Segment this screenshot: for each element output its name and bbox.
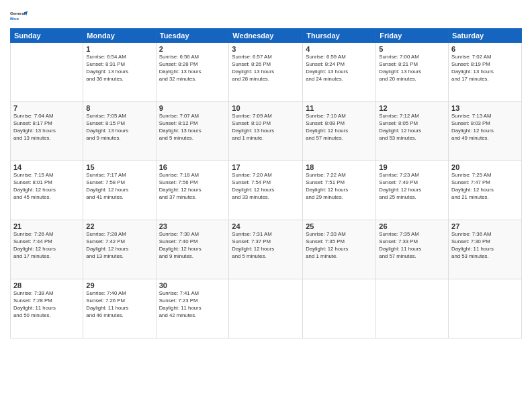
day-cell: 20Sunrise: 7:25 AM Sunset: 7:47 PM Dayli… [449,161,522,220]
day-number: 26 [379,222,445,230]
day-cell: 29Sunrise: 7:40 AM Sunset: 7:26 PM Dayli… [83,279,156,338]
day-cell [229,279,303,338]
day-number: 10 [232,104,300,112]
day-number: 13 [451,104,519,112]
day-info: Sunrise: 6:56 AM Sunset: 8:28 PM Dayligh… [159,54,226,83]
day-info: Sunrise: 7:10 AM Sunset: 8:08 PM Dayligh… [306,113,373,142]
weekday-header-tuesday: Tuesday [156,29,229,43]
week-row-1: 1Sunrise: 6:54 AM Sunset: 8:31 PM Daylig… [11,43,522,102]
day-cell: 30Sunrise: 7:41 AM Sunset: 7:23 PM Dayli… [156,279,229,338]
svg-text:Blue: Blue [10,17,19,21]
day-info: Sunrise: 7:26 AM Sunset: 7:44 PM Dayligh… [13,231,80,261]
day-cell: 21Sunrise: 7:26 AM Sunset: 7:44 PM Dayli… [11,220,83,279]
day-cell: 3Sunrise: 6:57 AM Sunset: 8:26 PM Daylig… [229,43,303,102]
day-number: 24 [232,222,300,230]
day-info: Sunrise: 7:12 AM Sunset: 8:05 PM Dayligh… [379,113,445,142]
day-info: Sunrise: 6:59 AM Sunset: 8:24 PM Dayligh… [306,54,373,83]
day-info: Sunrise: 7:04 AM Sunset: 8:17 PM Dayligh… [13,113,80,142]
day-cell [11,43,83,102]
day-info: Sunrise: 7:07 AM Sunset: 8:12 PM Dayligh… [159,113,226,142]
day-number: 22 [86,222,152,230]
weekday-header-wednesday: Wednesday [229,29,303,43]
day-cell: 5Sunrise: 7:00 AM Sunset: 8:21 PM Daylig… [376,43,449,102]
day-number: 3 [232,45,300,53]
day-cell: 1Sunrise: 6:54 AM Sunset: 8:31 PM Daylig… [83,43,156,102]
day-cell: 13Sunrise: 7:13 AM Sunset: 8:03 PM Dayli… [449,102,522,161]
weekday-header-thursday: Thursday [303,29,376,43]
day-number: 18 [306,163,373,171]
day-info: Sunrise: 7:22 AM Sunset: 7:51 PM Dayligh… [306,172,373,201]
day-info: Sunrise: 7:00 AM Sunset: 8:21 PM Dayligh… [379,54,445,83]
day-number: 29 [86,281,152,289]
day-number: 21 [13,222,80,230]
logo-icon: GeneralBlue [10,7,29,26]
day-number: 9 [159,104,226,112]
weekday-header-friday: Friday [376,29,449,43]
day-cell: 26Sunrise: 7:35 AM Sunset: 7:33 PM Dayli… [376,220,449,279]
day-number: 25 [306,222,373,230]
day-cell: 9Sunrise: 7:07 AM Sunset: 8:12 PM Daylig… [156,102,229,161]
day-number: 12 [379,104,445,112]
day-number: 19 [379,163,445,171]
day-cell: 4Sunrise: 6:59 AM Sunset: 8:24 PM Daylig… [303,43,376,102]
day-info: Sunrise: 7:15 AM Sunset: 8:01 PM Dayligh… [13,172,80,201]
day-info: Sunrise: 7:30 AM Sunset: 7:40 PM Dayligh… [159,231,226,261]
day-number: 6 [451,45,519,53]
day-number: 15 [86,163,152,171]
day-info: Sunrise: 7:33 AM Sunset: 7:35 PM Dayligh… [306,231,373,261]
day-cell: 23Sunrise: 7:30 AM Sunset: 7:40 PM Dayli… [156,220,229,279]
day-info: Sunrise: 7:02 AM Sunset: 8:19 PM Dayligh… [451,54,519,83]
day-cell: 15Sunrise: 7:17 AM Sunset: 7:58 PM Dayli… [83,161,156,220]
weekday-header-saturday: Saturday [449,29,522,43]
day-cell: 12Sunrise: 7:12 AM Sunset: 8:05 PM Dayli… [376,102,449,161]
day-info: Sunrise: 7:28 AM Sunset: 7:42 PM Dayligh… [86,231,152,261]
day-cell: 28Sunrise: 7:38 AM Sunset: 7:28 PM Dayli… [11,279,83,338]
day-cell: 24Sunrise: 7:31 AM Sunset: 7:37 PM Dayli… [229,220,303,279]
day-cell: 14Sunrise: 7:15 AM Sunset: 8:01 PM Dayli… [11,161,83,220]
day-cell: 11Sunrise: 7:10 AM Sunset: 8:08 PM Dayli… [303,102,376,161]
day-info: Sunrise: 7:40 AM Sunset: 7:26 PM Dayligh… [86,290,152,320]
day-number: 4 [306,45,373,53]
page-header: GeneralBlue [10,7,522,26]
day-info: Sunrise: 7:38 AM Sunset: 7:28 PM Dayligh… [13,290,80,320]
day-info: Sunrise: 7:25 AM Sunset: 7:47 PM Dayligh… [451,172,519,201]
day-cell [376,279,449,338]
day-cell: 18Sunrise: 7:22 AM Sunset: 7:51 PM Dayli… [303,161,376,220]
day-cell: 7Sunrise: 7:04 AM Sunset: 8:17 PM Daylig… [11,102,83,161]
day-cell: 27Sunrise: 7:36 AM Sunset: 7:30 PM Dayli… [449,220,522,279]
day-number: 30 [159,281,226,289]
day-info: Sunrise: 7:41 AM Sunset: 7:23 PM Dayligh… [159,290,226,320]
weekday-header-sunday: Sunday [11,29,83,43]
weekday-header-row: SundayMondayTuesdayWednesdayThursdayFrid… [11,29,522,43]
day-cell: 22Sunrise: 7:28 AM Sunset: 7:42 PM Dayli… [83,220,156,279]
day-number: 16 [159,163,226,171]
week-row-2: 7Sunrise: 7:04 AM Sunset: 8:17 PM Daylig… [11,102,522,161]
day-info: Sunrise: 7:18 AM Sunset: 7:56 PM Dayligh… [159,172,226,201]
logo: GeneralBlue [10,7,29,26]
week-row-4: 21Sunrise: 7:26 AM Sunset: 7:44 PM Dayli… [11,220,522,279]
day-info: Sunrise: 7:20 AM Sunset: 7:54 PM Dayligh… [232,172,300,201]
day-number: 28 [13,281,80,289]
day-cell [449,279,522,338]
day-info: Sunrise: 7:36 AM Sunset: 7:30 PM Dayligh… [451,231,519,261]
day-number: 1 [86,45,152,53]
day-number: 23 [159,222,226,230]
day-info: Sunrise: 7:13 AM Sunset: 8:03 PM Dayligh… [451,113,519,142]
day-cell: 25Sunrise: 7:33 AM Sunset: 7:35 PM Dayli… [303,220,376,279]
day-cell: 17Sunrise: 7:20 AM Sunset: 7:54 PM Dayli… [229,161,303,220]
day-number: 20 [451,163,519,171]
day-info: Sunrise: 7:17 AM Sunset: 7:58 PM Dayligh… [86,172,152,201]
day-info: Sunrise: 7:05 AM Sunset: 8:15 PM Dayligh… [86,113,152,142]
day-number: 11 [306,104,373,112]
day-cell: 16Sunrise: 7:18 AM Sunset: 7:56 PM Dayli… [156,161,229,220]
day-number: 14 [13,163,80,171]
day-info: Sunrise: 7:35 AM Sunset: 7:33 PM Dayligh… [379,231,445,261]
day-cell [303,279,376,338]
day-cell: 19Sunrise: 7:23 AM Sunset: 7:49 PM Dayli… [376,161,449,220]
day-number: 17 [232,163,300,171]
week-row-5: 28Sunrise: 7:38 AM Sunset: 7:28 PM Dayli… [11,279,522,338]
day-cell: 10Sunrise: 7:09 AM Sunset: 8:10 PM Dayli… [229,102,303,161]
calendar-table: SundayMondayTuesdayWednesdayThursdayFrid… [10,28,522,338]
day-info: Sunrise: 6:54 AM Sunset: 8:31 PM Dayligh… [86,54,152,83]
day-number: 2 [159,45,226,53]
